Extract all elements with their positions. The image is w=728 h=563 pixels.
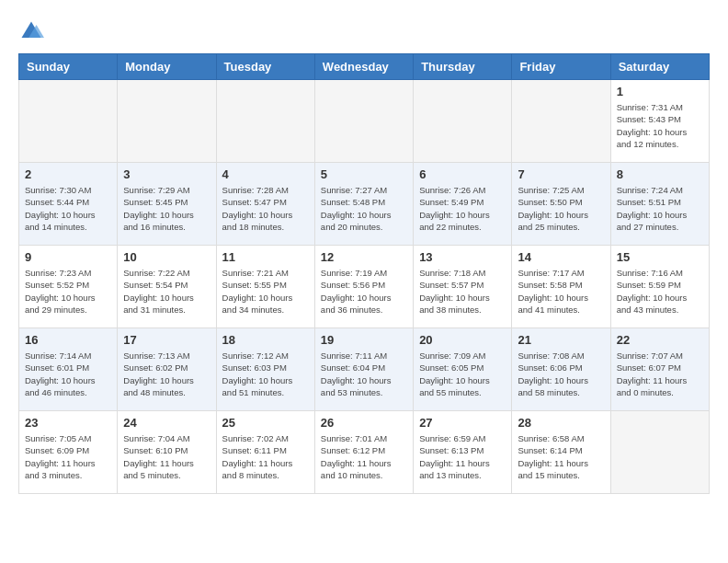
- day-cell: 26Sunrise: 7:01 AM Sunset: 6:12 PM Dayli…: [314, 411, 413, 494]
- week-row-4: 16Sunrise: 7:14 AM Sunset: 6:01 PM Dayli…: [19, 328, 710, 411]
- day-cell: 12Sunrise: 7:19 AM Sunset: 5:56 PM Dayli…: [314, 246, 413, 328]
- day-number: 3: [123, 167, 210, 181]
- day-info: Sunrise: 7:16 AM Sunset: 5:59 PM Dayligh…: [617, 267, 703, 316]
- day-cell: 28Sunrise: 6:58 AM Sunset: 6:14 PM Dayli…: [512, 411, 610, 494]
- day-number: 21: [518, 333, 604, 347]
- day-cell: 19Sunrise: 7:11 AM Sunset: 6:04 PM Dayli…: [314, 328, 413, 411]
- day-number: 18: [222, 333, 309, 347]
- logo-icon: [18, 18, 44, 44]
- day-number: 7: [518, 167, 604, 181]
- day-cell: 27Sunrise: 6:59 AM Sunset: 6:13 PM Dayli…: [414, 411, 512, 494]
- day-info: Sunrise: 7:26 AM Sunset: 5:49 PM Dayligh…: [419, 184, 506, 233]
- day-number: 13: [419, 250, 506, 264]
- day-number: 5: [321, 167, 407, 181]
- day-info: Sunrise: 7:07 AM Sunset: 6:07 PM Dayligh…: [617, 350, 703, 398]
- day-cell: [512, 80, 610, 163]
- day-info: Sunrise: 7:11 AM Sunset: 6:04 PM Dayligh…: [321, 350, 407, 398]
- day-info: Sunrise: 7:09 AM Sunset: 6:05 PM Dayligh…: [419, 350, 506, 398]
- week-row-3: 9Sunrise: 7:23 AM Sunset: 5:52 PM Daylig…: [19, 246, 710, 328]
- day-cell: 11Sunrise: 7:21 AM Sunset: 5:55 PM Dayli…: [216, 246, 314, 328]
- week-row-2: 2Sunrise: 7:30 AM Sunset: 5:44 PM Daylig…: [19, 163, 710, 246]
- col-header-saturday: Saturday: [610, 54, 709, 80]
- day-cell: 9Sunrise: 7:23 AM Sunset: 5:52 PM Daylig…: [19, 246, 118, 328]
- day-number: 26: [321, 416, 407, 430]
- day-number: 2: [25, 167, 111, 181]
- week-row-5: 23Sunrise: 7:05 AM Sunset: 6:09 PM Dayli…: [19, 411, 710, 494]
- day-number: 9: [25, 250, 111, 264]
- calendar-table: SundayMondayTuesdayWednesdayThursdayFrid…: [18, 53, 710, 494]
- day-info: Sunrise: 7:31 AM Sunset: 5:43 PM Dayligh…: [617, 101, 703, 150]
- day-number: 16: [25, 333, 111, 347]
- day-cell: 10Sunrise: 7:22 AM Sunset: 5:54 PM Dayli…: [118, 246, 216, 328]
- day-info: Sunrise: 7:12 AM Sunset: 6:03 PM Dayligh…: [222, 350, 309, 398]
- col-header-tuesday: Tuesday: [216, 54, 314, 80]
- day-info: Sunrise: 7:19 AM Sunset: 5:56 PM Dayligh…: [321, 267, 407, 316]
- day-number: 20: [419, 333, 506, 347]
- day-info: Sunrise: 7:21 AM Sunset: 5:55 PM Dayligh…: [222, 267, 309, 316]
- day-info: Sunrise: 7:17 AM Sunset: 5:58 PM Dayligh…: [518, 267, 604, 316]
- day-number: 12: [321, 250, 407, 264]
- day-number: 25: [222, 416, 309, 430]
- day-info: Sunrise: 7:23 AM Sunset: 5:52 PM Dayligh…: [25, 267, 111, 316]
- day-number: 6: [419, 167, 506, 181]
- day-cell: [118, 80, 216, 163]
- day-info: Sunrise: 7:04 AM Sunset: 6:10 PM Dayligh…: [123, 432, 210, 481]
- day-number: 14: [518, 250, 604, 264]
- day-cell: [610, 411, 709, 494]
- day-cell: 22Sunrise: 7:07 AM Sunset: 6:07 PM Dayli…: [610, 328, 709, 411]
- day-number: 8: [617, 167, 703, 181]
- day-info: Sunrise: 7:27 AM Sunset: 5:48 PM Dayligh…: [321, 184, 407, 233]
- day-cell: 8Sunrise: 7:24 AM Sunset: 5:51 PM Daylig…: [610, 163, 709, 246]
- day-cell: 21Sunrise: 7:08 AM Sunset: 6:06 PM Dayli…: [512, 328, 610, 411]
- day-number: 11: [222, 250, 309, 264]
- day-info: Sunrise: 7:01 AM Sunset: 6:12 PM Dayligh…: [321, 432, 407, 481]
- day-cell: 14Sunrise: 7:17 AM Sunset: 5:58 PM Dayli…: [512, 246, 610, 328]
- day-cell: 2Sunrise: 7:30 AM Sunset: 5:44 PM Daylig…: [19, 163, 118, 246]
- col-header-wednesday: Wednesday: [314, 54, 413, 80]
- day-cell: 15Sunrise: 7:16 AM Sunset: 5:59 PM Dayli…: [610, 246, 709, 328]
- header: [18, 18, 710, 44]
- day-number: 24: [123, 416, 210, 430]
- day-number: 10: [123, 250, 210, 264]
- day-info: Sunrise: 7:29 AM Sunset: 5:45 PM Dayligh…: [123, 184, 210, 233]
- header-row: SundayMondayTuesdayWednesdayThursdayFrid…: [19, 54, 710, 80]
- day-cell: 23Sunrise: 7:05 AM Sunset: 6:09 PM Dayli…: [19, 411, 118, 494]
- day-cell: 4Sunrise: 7:28 AM Sunset: 5:47 PM Daylig…: [216, 163, 314, 246]
- day-info: Sunrise: 7:02 AM Sunset: 6:11 PM Dayligh…: [222, 432, 309, 481]
- day-number: 4: [222, 167, 309, 181]
- day-info: Sunrise: 7:28 AM Sunset: 5:47 PM Dayligh…: [222, 184, 309, 233]
- col-header-sunday: Sunday: [19, 54, 118, 80]
- day-cell: 24Sunrise: 7:04 AM Sunset: 6:10 PM Dayli…: [118, 411, 216, 494]
- day-number: 23: [25, 416, 111, 430]
- day-info: Sunrise: 7:08 AM Sunset: 6:06 PM Dayligh…: [518, 350, 604, 398]
- day-cell: 6Sunrise: 7:26 AM Sunset: 5:49 PM Daylig…: [414, 163, 512, 246]
- day-cell: 18Sunrise: 7:12 AM Sunset: 6:03 PM Dayli…: [216, 328, 314, 411]
- col-header-friday: Friday: [512, 54, 610, 80]
- day-info: Sunrise: 6:59 AM Sunset: 6:13 PM Dayligh…: [419, 432, 506, 481]
- day-info: Sunrise: 7:13 AM Sunset: 6:02 PM Dayligh…: [123, 350, 210, 398]
- day-number: 28: [518, 416, 604, 430]
- day-info: Sunrise: 7:18 AM Sunset: 5:57 PM Dayligh…: [419, 267, 506, 316]
- col-header-thursday: Thursday: [414, 54, 512, 80]
- day-info: Sunrise: 7:05 AM Sunset: 6:09 PM Dayligh…: [25, 432, 111, 481]
- week-row-1: 1Sunrise: 7:31 AM Sunset: 5:43 PM Daylig…: [19, 80, 710, 163]
- day-number: 1: [617, 85, 703, 98]
- day-cell: 1Sunrise: 7:31 AM Sunset: 5:43 PM Daylig…: [610, 80, 709, 163]
- day-info: Sunrise: 7:24 AM Sunset: 5:51 PM Dayligh…: [617, 184, 703, 233]
- day-cell: 13Sunrise: 7:18 AM Sunset: 5:57 PM Dayli…: [414, 246, 512, 328]
- day-cell: 7Sunrise: 7:25 AM Sunset: 5:50 PM Daylig…: [512, 163, 610, 246]
- day-cell: 25Sunrise: 7:02 AM Sunset: 6:11 PM Dayli…: [216, 411, 314, 494]
- day-info: Sunrise: 7:30 AM Sunset: 5:44 PM Dayligh…: [25, 184, 111, 233]
- day-info: Sunrise: 7:22 AM Sunset: 5:54 PM Dayligh…: [123, 267, 210, 316]
- day-info: Sunrise: 7:25 AM Sunset: 5:50 PM Dayligh…: [518, 184, 604, 233]
- day-cell: 3Sunrise: 7:29 AM Sunset: 5:45 PM Daylig…: [118, 163, 216, 246]
- day-cell: [216, 80, 314, 163]
- day-cell: 16Sunrise: 7:14 AM Sunset: 6:01 PM Dayli…: [19, 328, 118, 411]
- day-cell: [414, 80, 512, 163]
- day-info: Sunrise: 7:14 AM Sunset: 6:01 PM Dayligh…: [25, 350, 111, 398]
- day-cell: [19, 80, 118, 163]
- day-number: 22: [617, 333, 703, 347]
- day-cell: [314, 80, 413, 163]
- day-number: 27: [419, 416, 506, 430]
- col-header-monday: Monday: [118, 54, 216, 80]
